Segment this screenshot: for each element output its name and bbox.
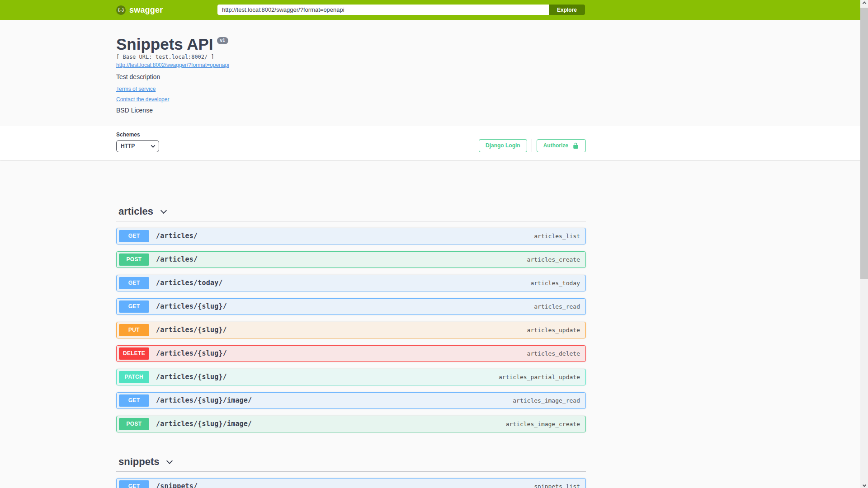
authorize-label: Authorize [543,142,568,149]
operation-path: /articles/{slug}/image/ [156,396,252,404]
terms-of-service-link[interactable]: Terms of service [116,86,156,93]
chevron-down-icon [862,483,866,487]
method-badge: DELETE [119,347,149,360]
api-section-snippets: snippetsGET/snippets/snippets_list [116,452,586,488]
operation-id: articles_image_create [506,421,580,427]
schemes-group: Schemes HTTP [116,131,159,152]
scroll-down-button[interactable] [860,480,868,488]
contact-developer-link[interactable]: Contact the developer [116,96,169,103]
operation-id: articles_list [534,233,580,239]
api-title-text: Snippets API [116,36,213,53]
operation-path: /articles/{slug}/ [156,326,227,334]
schemes-label: Schemes [116,131,159,138]
topbar: {…} swagger Explore [0,0,868,20]
api-info: Snippets API v1 [ Base URL: test.local:8… [0,20,868,126]
operations-list-articles: GET/articles/articles_listPOST/articles/… [116,228,586,432]
operation-row[interactable]: GET/articles/today/articles_today [116,275,586,291]
operation-path: /articles/ [156,232,198,240]
api-section-articles: articlesGET/articles/articles_listPOST/a… [116,202,586,432]
chevron-down-icon [166,458,173,464]
spec-url-group: Explore [217,5,585,15]
chevron-down-icon [160,207,167,214]
operation-id: articles_partial_update [499,374,580,380]
scrollbar[interactable] [860,0,868,488]
logo-text: swagger [129,5,163,15]
django-login-button[interactable]: Django Login [479,139,527,152]
operation-path: /articles/{slug}/image/ [156,420,252,428]
operation-id: articles_image_read [513,397,580,404]
operation-id: snippets_list [534,483,580,488]
operation-row[interactable]: DELETE/articles/{slug}/articles_delete [116,345,586,362]
operation-path: /articles/{slug}/ [156,302,227,310]
operation-id: articles_create [527,256,580,263]
explore-button[interactable]: Explore [549,5,585,15]
operation-row[interactable]: PUT/articles/{slug}/articles_update [116,322,586,338]
method-badge: PUT [119,324,149,336]
authorize-button[interactable]: Authorize [537,139,586,152]
scheme-selected-value: HTTP [121,143,135,149]
api-description: Test description [116,73,868,80]
scheme-container: Schemes HTTP Django Login Authorize [0,126,868,160]
scheme-select[interactable]: HTTP [116,140,159,152]
chevron-down-icon [151,143,156,148]
method-badge: GET [119,277,149,289]
operation-id: articles_today [530,280,580,286]
page-title: Snippets API v1 [116,36,228,53]
operation-id: articles_delete [527,350,580,357]
operation-row[interactable]: GET/articles/{slug}/articles_read [116,298,586,315]
section-header-snippets[interactable]: snippets [116,452,586,472]
operation-path: /articles/{slug}/ [156,349,227,357]
chevron-up-icon [862,1,866,5]
operation-row[interactable]: GET/articles/{slug}/image/articles_image… [116,392,586,409]
auth-group: Django Login Authorize [479,139,586,152]
method-badge: POST [119,418,149,430]
operation-row[interactable]: GET/snippets/snippets_list [116,478,586,488]
method-badge: POST [119,253,149,266]
method-badge: PATCH [119,371,149,383]
operation-id: articles_update [527,327,580,333]
section-header-articles[interactable]: articles [116,202,586,221]
method-badge: GET [119,300,149,313]
section-title: articles [118,206,153,217]
operations-list-snippets: GET/snippets/snippets_list [116,478,586,488]
operation-row[interactable]: POST/articles/articles_create [116,251,586,268]
scroll-up-button[interactable] [860,0,868,8]
operation-path: /articles/ [156,255,198,263]
method-badge: GET [119,394,149,407]
operations-wrapper: articlesGET/articles/articles_listPOST/a… [116,202,586,488]
base-url: [ Base URL: test.local:8002/ ] [116,54,868,60]
license-text: BSD License [116,107,868,114]
braces-icon: {…} [116,5,126,15]
section-title: snippets [118,456,159,468]
operation-row[interactable]: POST/articles/{slug}/image/articles_imag… [116,416,586,432]
spec-url-input[interactable] [217,5,549,15]
method-badge: GET [119,230,149,242]
auth-divider [532,139,532,152]
operation-row[interactable]: PATCH/articles/{slug}/articles_partial_u… [116,369,586,385]
operation-row[interactable]: GET/articles/articles_list [116,228,586,244]
operation-path: /snippets/ [156,482,198,488]
version-badge: v1 [217,37,228,44]
scrollbar-thumb[interactable] [860,8,868,279]
method-badge: GET [119,480,149,488]
operation-id: articles_read [534,303,580,310]
spec-link[interactable]: http://test.local:8002/swagger/?format=o… [116,62,229,68]
operation-path: /articles/today/ [156,279,223,287]
unlock-icon [572,142,579,149]
operation-path: /articles/{slug}/ [156,373,227,381]
swagger-logo[interactable]: {…} swagger [116,0,163,20]
django-login-label: Django Login [486,142,520,149]
